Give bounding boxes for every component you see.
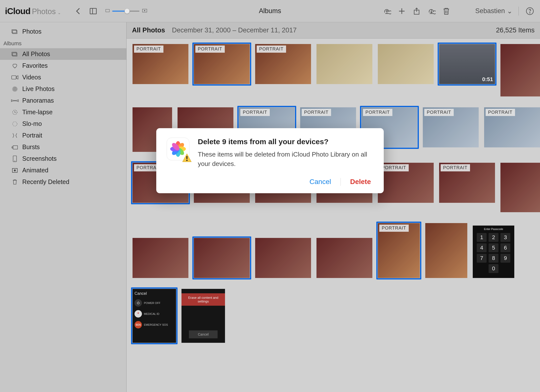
- dialog-icon: [167, 138, 190, 161]
- separator: [340, 178, 341, 186]
- delete-button[interactable]: Delete: [349, 177, 372, 187]
- dialog-title: Delete 9 items from all your devices?: [198, 138, 372, 146]
- modal-overlay: Delete 9 items from all your devices? Th…: [0, 0, 540, 392]
- warning-icon: [182, 153, 192, 163]
- svg-rect-42: [186, 156, 187, 159]
- delete-confirm-dialog: Delete 9 items from all your devices? Th…: [156, 128, 384, 193]
- cancel-button[interactable]: Cancel: [308, 177, 333, 187]
- dialog-body: These items will be deleted from iCloud …: [198, 150, 372, 168]
- svg-point-43: [186, 160, 187, 161]
